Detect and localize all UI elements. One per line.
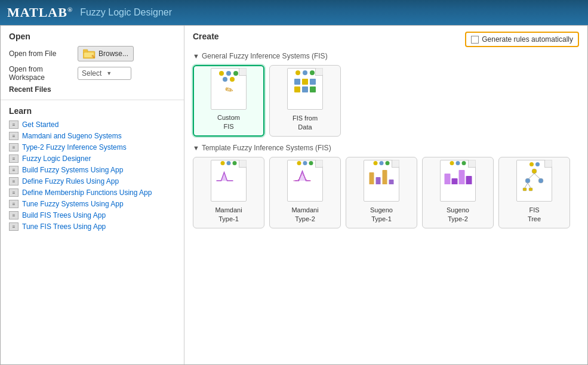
learn-link-define-rules[interactable]: Define Fuzzy Rules Using App — [22, 177, 119, 185]
template-fis-label: ▼ Template Fuzzy Inference Systems (FIS) — [193, 144, 579, 152]
fis-data-icon — [294, 70, 316, 97]
sugeno2-bars — [444, 168, 472, 184]
title-bar: MATLAB® Fuzzy Logic Designer — [0, 0, 588, 25]
mamdani1-icon — [213, 161, 245, 184]
link-doc-icon: ≡ — [9, 132, 19, 140]
tree-node-b — [535, 162, 540, 166]
bar-s2-1 — [444, 174, 450, 184]
list-item: ≡ Tune Fuzzy Systems Using App — [9, 200, 176, 208]
learn-link-mamdani-sugeno[interactable]: Mamdani and Sugeno Systems — [22, 132, 122, 140]
general-fis-label: ▼ General Fuzzy Inference Systems (FIS) — [193, 52, 579, 60]
s1-node-g — [386, 161, 390, 165]
svg-marker-10 — [217, 172, 227, 181]
link-doc-icon: ≡ — [9, 166, 19, 174]
svg-text:✎: ✎ — [91, 54, 96, 59]
sugeno2-icon-area — [431, 157, 485, 203]
learn-link-designer[interactable]: Fuzzy Logic Designer — [22, 154, 91, 163]
open-from-workspace-row: Open from Workspace Select ▼ — [9, 65, 176, 82]
svg-rect-5 — [302, 79, 308, 85]
svg-rect-6 — [310, 79, 316, 85]
fis-data-icon-area — [278, 66, 332, 112]
mamdani1-label: MamdaniType-1 — [215, 206, 242, 223]
svg-rect-19 — [523, 188, 527, 191]
folder-icon: ✎ — [83, 48, 96, 59]
m2-node-g — [309, 161, 313, 165]
node-yellow-2 — [230, 77, 235, 82]
learn-link-build-fuzzy[interactable]: Build Fuzzy Systems Using App — [22, 166, 123, 174]
learn-link-get-started[interactable]: Get Started — [22, 120, 59, 129]
fis-tree-card[interactable]: FISTree — [498, 157, 570, 228]
select-value: Select — [82, 69, 101, 78]
svg-rect-4 — [294, 79, 300, 85]
browse-label: Browse... — [98, 50, 128, 58]
mamdani1-icon-area — [202, 157, 255, 203]
m1-node-g — [233, 161, 237, 165]
mamdani-type1-card[interactable]: MamdaniType-1 — [193, 157, 264, 228]
s1-node-b — [380, 161, 384, 165]
list-item: ≡ Fuzzy Logic Designer — [9, 154, 176, 163]
learn-link-build-fis-trees[interactable]: Build FIS Trees Using App — [22, 211, 106, 219]
node-row-top — [219, 71, 238, 76]
mamdani2-icon — [289, 161, 322, 184]
tree-nodes — [529, 162, 540, 166]
m1-node-y — [221, 161, 225, 165]
list-item: ≡ Build Fuzzy Systems Using App — [9, 166, 176, 174]
svg-point-12 — [532, 169, 537, 174]
learn-section: Learn ≡ Get Started ≡ Mamdani and Sugeno… — [1, 100, 184, 364]
sugeno-type1-card[interactable]: SugenoType-1 — [346, 157, 417, 228]
sugeno1-label: SugenoType-1 — [370, 206, 393, 223]
svg-line-17 — [525, 183, 528, 188]
bar-s2-3 — [458, 170, 464, 184]
bar-1 — [370, 172, 374, 184]
s2-nodes — [450, 161, 466, 165]
m2-node-y — [297, 161, 301, 165]
custom-fis-icon-area: ✎ — [202, 66, 255, 111]
grid-svg — [294, 79, 316, 95]
bar-3 — [383, 170, 387, 184]
generate-rules-box[interactable]: Generate rules automatically — [465, 32, 579, 47]
mamdani2-label: MamdaniType-2 — [291, 206, 318, 223]
tree-svg — [522, 168, 547, 191]
bar-4 — [389, 180, 394, 184]
s2-node-b — [456, 161, 460, 165]
link-doc-icon: ≡ — [9, 154, 19, 163]
svg-point-15 — [525, 178, 530, 183]
s2-node-g — [462, 161, 466, 165]
open-from-workspace-label: Open from Workspace — [9, 65, 78, 82]
sugeno1-bars — [370, 168, 394, 184]
right-panel: Create Generate rules automatically ▼ Ge… — [184, 26, 587, 364]
fis-tree-icon — [522, 162, 547, 191]
fis-from-data-card[interactable]: FIS fromData — [269, 65, 341, 137]
dropdown-arrow-icon: ▼ — [106, 70, 112, 76]
learn-link-tune-fuzzy[interactable]: Tune Fuzzy Systems Using App — [22, 200, 124, 208]
generate-rules-checkbox[interactable] — [471, 36, 479, 44]
node-blue-2 — [223, 77, 227, 82]
svg-point-16 — [538, 178, 543, 183]
link-doc-icon: ≡ — [9, 200, 19, 208]
app-name: Fuzzy Logic Designer — [80, 7, 172, 18]
open-from-file-row: Open from File ✎ Browse... — [9, 46, 176, 61]
m2-nodes — [297, 161, 313, 165]
learn-link-tune-fis-trees[interactable]: Tune FIS Trees Using App — [22, 222, 106, 231]
data-node-b — [303, 70, 307, 75]
link-doc-icon: ≡ — [9, 188, 19, 197]
custom-fis-label: CustomFIS — [217, 113, 240, 131]
custom-fis-icon: ✎ — [219, 71, 238, 95]
create-header: Create Generate rules automatically — [193, 32, 579, 47]
browse-button[interactable]: ✎ Browse... — [78, 46, 134, 61]
workspace-select[interactable]: Select ▼ — [78, 67, 131, 80]
custom-fis-card[interactable]: ✎ CustomFIS — [193, 65, 264, 137]
matlab-logo: MATLAB® — [7, 5, 73, 20]
learn-link-define-mf[interactable]: Define Membership Functions Using App — [22, 188, 152, 197]
mamdani-type2-card[interactable]: MamdaniType-2 — [269, 157, 341, 228]
open-section: Open Open from File ✎ Browse... — [1, 26, 184, 100]
pencil-icon: ✎ — [223, 83, 235, 97]
template-fis-grid: MamdaniType-1 — [193, 157, 579, 228]
learn-link-type2[interactable]: Type-2 Fuzzy Inference Systems — [22, 143, 127, 151]
learn-links-list: ≡ Get Started ≡ Mamdani and Sugeno Syste… — [9, 120, 176, 231]
node-yellow-1 — [219, 71, 224, 76]
list-item: ≡ Tune FIS Trees Using App — [9, 222, 176, 231]
list-item: ≡ Type-2 Fuzzy Inference Systems — [9, 143, 176, 151]
general-fis-grid: ✎ CustomFIS — [193, 65, 579, 137]
sugeno-type2-card[interactable]: SugenoType-2 — [422, 157, 494, 228]
